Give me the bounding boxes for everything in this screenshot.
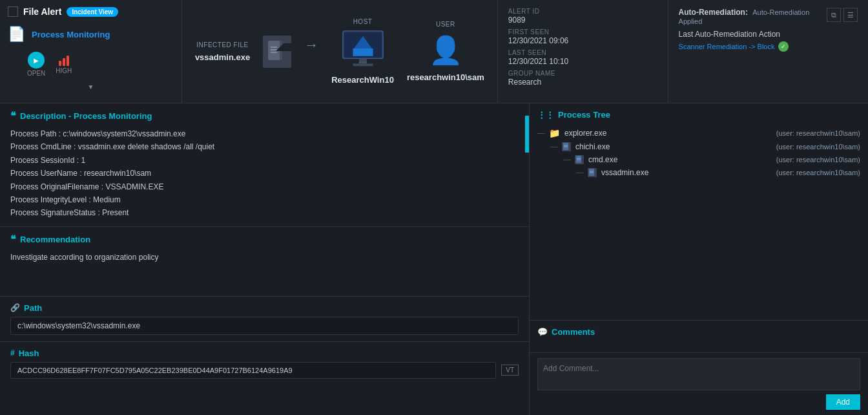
- doc-icon: 📄: [8, 26, 25, 43]
- description-line: Process SessionId : 1: [10, 154, 519, 167]
- main-content: ❝ Description - Process Monitoring Proce…: [0, 103, 868, 415]
- incident-view-badge[interactable]: Incident View: [67, 7, 118, 17]
- infected-file-item: INFECTED FILE vssadmin.exe: [195, 41, 250, 62]
- svg-point-11: [358, 61, 360, 63]
- recommendation-title: ❝ Recommendation: [10, 233, 519, 246]
- hash-title: # Hash: [10, 348, 519, 358]
- hash-value-row: ACDCC96D628EE8FF7F07FC5D795A05C22EB239BE…: [10, 362, 519, 379]
- last-seen-label: LAST SEEN: [508, 49, 657, 56]
- user-value: researchwin10\sam: [407, 72, 484, 82]
- high-section[interactable]: HIGH: [56, 54, 72, 74]
- group-name-row: GROUP NAME Research: [508, 70, 657, 87]
- host-item: HOST Res: [331, 18, 394, 85]
- process-tree-title: ⋮⋮ Process Tree: [537, 110, 860, 120]
- tree-item[interactable]: —📁explorer.exe(user: researchwin10\sam): [537, 126, 860, 140]
- scrollbar-thumb[interactable]: [525, 116, 529, 153]
- svg-point-12: [362, 61, 364, 63]
- tree-dash-icon: —: [576, 168, 584, 177]
- add-comment-button[interactable]: Add: [826, 394, 860, 410]
- comment-input-area: Add: [530, 353, 868, 415]
- tree-process-user: (user: researchwin10\sam): [776, 156, 860, 164]
- meta-panel: ALERT ID 9089 FIRST SEEN 12/30/2021 09:0…: [497, 0, 668, 103]
- first-seen-label: FIRST SEEN: [508, 28, 657, 36]
- group-name-value: Research: [508, 78, 657, 87]
- comment-textarea[interactable]: [537, 358, 860, 390]
- user-avatar-icon: 👤: [429, 34, 462, 66]
- high-label: HIGH: [56, 67, 72, 74]
- tree-dash-icon: —: [550, 142, 558, 151]
- last-seen-row: LAST SEEN 12/30/2021 10:10: [508, 49, 657, 66]
- process-tree-icon: ⋮⋮: [537, 110, 554, 120]
- first-seen-value: 12/30/2021 09:06: [508, 36, 657, 45]
- description-line: Process CmdLine : vssadmin.exe delete sh…: [10, 140, 519, 153]
- chevron-down-icon[interactable]: ▼: [8, 83, 174, 90]
- list-icon[interactable]: ☰: [843, 8, 858, 22]
- checkbox-icon[interactable]: [8, 6, 18, 17]
- file-alert-title: File Alert: [23, 6, 61, 17]
- folder-icon: 📁: [549, 128, 560, 138]
- file-icon-sm: [562, 142, 571, 151]
- tree-item[interactable]: —cmd.exe(user: researchwin10\sam): [537, 153, 860, 166]
- alert-id-label: ALERT ID: [508, 8, 657, 15]
- comments-section: 💬 Comments: [530, 321, 868, 353]
- description-line: Process Path : c:\windows\system32\vssad…: [10, 127, 519, 140]
- comments-title: 💬 Comments: [537, 327, 860, 337]
- right-content: ⋮⋮ Process Tree —📁explorer.exe(user: res…: [530, 103, 868, 415]
- vt-badge[interactable]: VT: [501, 365, 519, 376]
- infected-file-label: INFECTED FILE: [196, 41, 248, 48]
- svg-rect-8: [353, 48, 373, 56]
- hash-section: # Hash ACDCC96D628EE8FF7F07FC5D795A05C22…: [0, 342, 529, 385]
- auto-rem-title: Auto-Remediation: Auto-Remediation Appli…: [679, 8, 827, 26]
- description-line: Process SignatureStatus : Present: [10, 206, 519, 219]
- path-title: 🔗 Path: [10, 303, 519, 313]
- file-icon-sm: [575, 155, 584, 164]
- user-item: USER 👤 researchwin10\sam: [407, 21, 484, 82]
- severity-row: ▶ OPEN HIGH: [8, 52, 174, 77]
- path-value: c:\windows\system32\vssadmin.exe: [10, 317, 519, 335]
- description-line: Process OriginalFilename : VSSADMIN.EXE: [10, 180, 519, 193]
- left-panel: File Alert Incident View 📄 Process Monit…: [0, 0, 182, 103]
- severity-bar-icon: [59, 54, 69, 66]
- alert-id-row: ALERT ID 9089: [508, 8, 657, 25]
- tree-process-user: (user: researchwin10\sam): [776, 129, 860, 137]
- tree-item[interactable]: —vssadmin.exe(user: researchwin10\sam): [537, 166, 860, 179]
- process-tree-section: ⋮⋮ Process Tree —📁explorer.exe(user: res…: [530, 103, 868, 321]
- recommendation-text: Investigate according to organization po…: [10, 251, 519, 290]
- copy-icon[interactable]: ⧉: [827, 8, 841, 22]
- group-name-label: GROUP NAME: [508, 70, 657, 77]
- host-value: ResearchWin10: [331, 75, 394, 85]
- check-icon: ✓: [778, 41, 789, 52]
- process-tree-container: —📁explorer.exe(user: researchwin10\sam)—…: [537, 126, 860, 179]
- first-seen-row: FIRST SEEN 12/30/2021 09:06: [508, 28, 657, 45]
- tree-item[interactable]: —chichi.exe(user: researchwin10\sam): [537, 140, 860, 153]
- last-seen-value: 12/30/2021 10:10: [508, 57, 657, 66]
- path-section: 🔗 Path c:\windows\system32\vssadmin.exe: [0, 297, 529, 342]
- tree-dash-icon: —: [537, 129, 545, 138]
- svg-rect-10: [353, 63, 373, 66]
- left-content: ❝ Description - Process Monitoring Proce…: [0, 103, 530, 415]
- hash-icon: #: [10, 348, 15, 357]
- auto-rem-panel: Auto-Remediation: Auto-Remediation Appli…: [668, 0, 868, 103]
- monitor-icon: [340, 29, 386, 71]
- recommendation-icon: ❝: [10, 233, 16, 246]
- arrow-section: →: [304, 37, 318, 54]
- file-icon-sm: [588, 168, 597, 177]
- tree-process-user: (user: researchwin10\sam): [776, 169, 860, 176]
- play-circle-icon: ▶: [28, 52, 45, 69]
- description-section: ❝ Description - Process Monitoring Proce…: [0, 103, 529, 227]
- scanner-link[interactable]: Scanner Remediation -> Block ✓: [679, 41, 827, 52]
- process-monitoring-label[interactable]: Process Monitoring: [32, 30, 110, 39]
- tree-dash-icon: —: [563, 155, 571, 164]
- comment-icon: 💬: [537, 327, 548, 337]
- description-title: ❝ Description - Process Monitoring: [10, 110, 519, 122]
- open-button[interactable]: ▶ OPEN: [27, 52, 45, 77]
- infected-file-value: vssadmin.exe: [195, 52, 250, 62]
- svg-rect-1: [268, 41, 280, 60]
- header-title-row: File Alert Incident View: [8, 6, 174, 17]
- tree-process-name: explorer.exe: [564, 129, 629, 138]
- alert-id-value: 9089: [508, 16, 657, 25]
- hash-value: ACDCC96D628EE8FF7F07FC5D795A05C22EB239BE…: [10, 362, 496, 379]
- user-label: USER: [436, 21, 455, 28]
- svg-point-13: [365, 61, 367, 63]
- description-line: Process IntegrityLevel : Medium: [10, 193, 519, 206]
